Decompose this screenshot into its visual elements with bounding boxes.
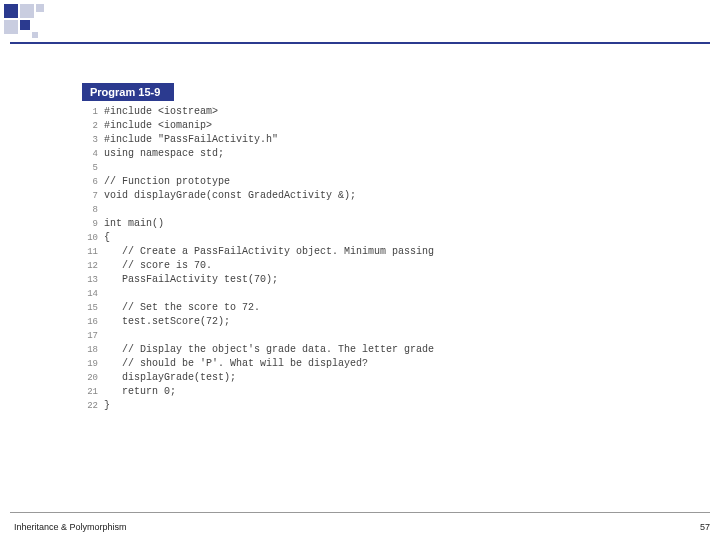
page-number: 57 [700,522,710,532]
code-line: // Function prototype [104,175,552,189]
code-line: test.setScore(72); [104,315,552,329]
line-number: 6 [82,175,98,189]
code-line: #include <iostream> [104,105,552,119]
code-line: return 0; [104,385,552,399]
line-number: 17 [82,329,98,343]
code-line: displayGrade(test); [104,371,552,385]
code-line [104,287,552,301]
footer-divider [10,512,710,513]
line-number: 2 [82,119,98,133]
code-line: // score is 70. [104,259,552,273]
code-line [104,161,552,175]
footer: Inheritance & Polymorphism 57 [0,512,720,534]
code-line: // Display the object's grade data. The … [104,343,552,357]
code-line: using namespace std; [104,147,552,161]
line-number: 7 [82,189,98,203]
footer-text: Inheritance & Polymorphism [14,522,127,532]
line-number: 21 [82,385,98,399]
code-line: PassFailActivity test(70); [104,273,552,287]
code-line: void displayGrade(const GradedActivity &… [104,189,552,203]
line-number: 9 [82,217,98,231]
code-line: } [104,399,552,413]
code-line: #include <iomanip> [104,119,552,133]
line-number: 12 [82,259,98,273]
line-number: 20 [82,371,98,385]
code-line: // Set the score to 72. [104,301,552,315]
code-line: // should be 'P'. What will be displayed… [104,357,552,371]
corner-decoration [4,4,52,40]
line-number: 16 [82,315,98,329]
top-divider [10,42,710,44]
line-numbers: 12345678910111213141516171819202122 [82,105,104,413]
program-title: Program 15-9 [82,83,174,101]
code-line: { [104,231,552,245]
line-number: 5 [82,161,98,175]
code-line [104,329,552,343]
line-number: 14 [82,287,98,301]
line-number: 22 [82,399,98,413]
code-line: int main() [104,217,552,231]
line-number: 10 [82,231,98,245]
code-area: 12345678910111213141516171819202122 #inc… [82,105,552,413]
code-lines: #include <iostream>#include <iomanip>#in… [104,105,552,413]
program-listing: Program 15-9 123456789101112131415161718… [82,82,552,413]
line-number: 11 [82,245,98,259]
line-number: 3 [82,133,98,147]
line-number: 1 [82,105,98,119]
code-line: // Create a PassFailActivity object. Min… [104,245,552,259]
line-number: 19 [82,357,98,371]
line-number: 18 [82,343,98,357]
line-number: 8 [82,203,98,217]
code-line [104,203,552,217]
line-number: 4 [82,147,98,161]
line-number: 15 [82,301,98,315]
code-line: #include "PassFailActivity.h" [104,133,552,147]
line-number: 13 [82,273,98,287]
